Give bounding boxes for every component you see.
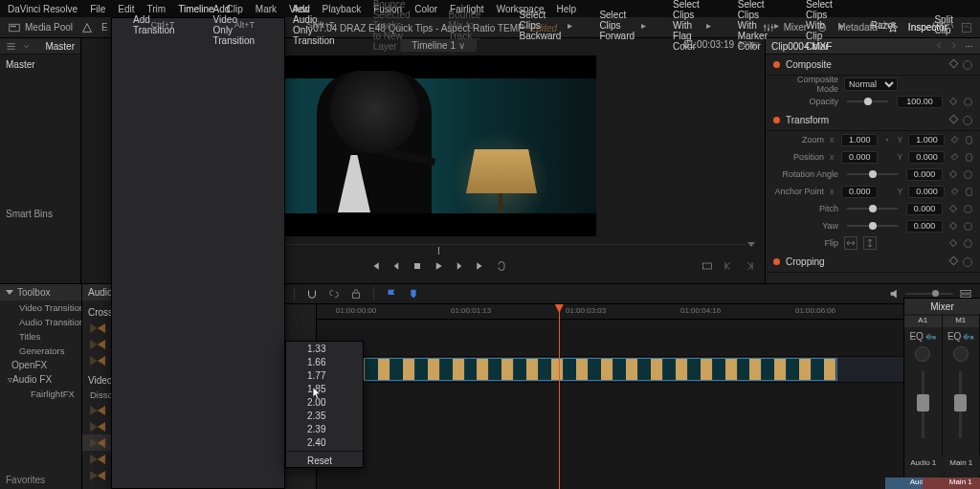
in-out-icon[interactable] — [702, 260, 713, 272]
menu-item[interactable]: Add TransitionCtrl+T — [112, 18, 192, 32]
prev-edit-icon[interactable] — [723, 260, 734, 272]
pan-knob[interactable] — [953, 346, 969, 362]
playhead[interactable] — [559, 304, 560, 489]
svg-point-13 — [966, 45, 967, 46]
zoom-y-input[interactable] — [908, 134, 945, 146]
list-view-icon[interactable] — [6, 41, 16, 52]
blanking-option[interactable]: 2.39 — [286, 422, 363, 435]
volume-icon[interactable] — [888, 287, 902, 300]
chevron-down-icon[interactable] — [22, 42, 31, 51]
viewer-frame[interactable] — [280, 56, 596, 236]
timeline-canvas[interactable]: 01:00:00:0001:00:01:1301:00:03:0301:00:0… — [317, 304, 980, 489]
pan-knob[interactable] — [915, 346, 930, 362]
menu-item[interactable]: Add Video Only TransitionAlt+T — [192, 18, 273, 32]
flip-v-button[interactable] — [863, 236, 877, 250]
svg-rect-2 — [13, 25, 15, 27]
inspector-more-icon[interactable] — [964, 41, 974, 52]
menu-item[interactable]: Select Clips With Marker Color▸ — [717, 18, 785, 32]
blanking-option[interactable]: 2.35 — [286, 409, 363, 422]
effects-library-icon[interactable] — [80, 21, 94, 34]
favorites-label[interactable]: Favorites — [6, 475, 45, 485]
master-button[interactable]: Master — [45, 41, 75, 52]
timeline-clip[interactable]: 0004.MXF — [340, 358, 837, 381]
timeline-tab[interactable]: Timeline 1 ∨ — [400, 39, 477, 52]
blanking-option[interactable]: 1.66 — [286, 355, 363, 368]
cropping-section[interactable]: Cropping — [766, 252, 980, 273]
menu-item[interactable]: Add Audio Only TransitionShift+T — [272, 18, 352, 32]
opacity-input[interactable] — [897, 96, 943, 108]
volume-slider[interactable] — [905, 293, 953, 295]
menu-trim[interactable]: Trim — [147, 4, 167, 14]
anchor-y-input[interactable] — [908, 186, 945, 198]
link-icon[interactable] — [883, 135, 891, 144]
play-icon[interactable] — [433, 260, 444, 272]
opacity-slider[interactable] — [847, 100, 888, 102]
fader[interactable] — [922, 371, 924, 438]
viewer-source-strip — [81, 38, 112, 283]
anchor-x-input[interactable] — [841, 186, 878, 198]
output-blanking-submenu[interactable]: 1.331.661.771.852.002.352.392.40Reset — [285, 341, 364, 468]
yaw-slider[interactable] — [847, 225, 898, 227]
prev-frame-icon[interactable] — [390, 260, 402, 272]
menu-davinci-resolve[interactable]: DaVinci Resolve — [8, 4, 78, 14]
blanking-option[interactable]: 1.77 — [286, 368, 363, 382]
blanking-option[interactable]: 1.33 — [286, 342, 363, 355]
first-frame-icon[interactable] — [369, 260, 381, 272]
svg-rect-0 — [10, 24, 20, 32]
next-frame-icon[interactable] — [454, 260, 465, 272]
prev-clip-icon[interactable] — [935, 41, 944, 50]
next-clip-icon[interactable] — [949, 41, 958, 50]
inspector-panel: Clip0004.MXF Composite Composite ModeNor… — [765, 38, 980, 283]
composite-section[interactable]: Composite — [766, 55, 980, 76]
menu-color[interactable]: Color — [414, 4, 437, 14]
menu-item[interactable]: Select Clips Backward▸ — [498, 18, 578, 32]
timeline-menu[interactable]: Add TransitionCtrl+TAdd Video Only Trans… — [111, 17, 285, 489]
marker-icon[interactable] — [407, 287, 420, 300]
lock-icon[interactable] — [349, 287, 363, 300]
link-icon[interactable] — [327, 287, 341, 300]
blanking-option[interactable]: 2.00 — [286, 395, 363, 409]
pitch-slider[interactable] — [847, 208, 898, 210]
menu-item[interactable]: Split ClipCtrl+\ — [913, 18, 969, 32]
menu-file[interactable]: File — [90, 4, 105, 14]
pitch-input[interactable] — [906, 203, 943, 215]
blanking-option[interactable]: Reset — [286, 454, 363, 467]
flip-h-button[interactable] — [844, 236, 858, 250]
zoom-x-input[interactable] — [841, 134, 878, 146]
menu-item: Bounce Selected Tracks to New Layer — [352, 18, 428, 32]
rotation-slider[interactable] — [847, 173, 898, 175]
svg-rect-11 — [414, 263, 420, 269]
pos-y-input[interactable] — [908, 151, 945, 164]
timeline-ruler[interactable]: 01:00:00:0001:00:01:1301:00:03:0301:00:0… — [317, 304, 980, 320]
next-edit-icon[interactable] — [744, 260, 755, 272]
svg-rect-1 — [11, 25, 12, 27]
menu-item[interactable]: Select Clips With Clip Color▸ — [785, 18, 850, 32]
mixer-panel: Mixer A1 M1 EQ �■ EQ �■ Audio 1 Main 1 A… — [903, 298, 980, 489]
smart-bins-header[interactable]: Smart Bins — [0, 206, 80, 222]
yaw-input[interactable] — [906, 220, 943, 233]
svg-rect-12 — [703, 263, 712, 269]
menu-item: Bounce Mix to Track... — [428, 18, 499, 32]
blanking-option[interactable]: 2.40 — [286, 435, 363, 449]
menu-timeline[interactable]: Timeline — [178, 4, 213, 14]
media-pool-icon — [8, 22, 21, 33]
fader[interactable] — [959, 371, 962, 438]
composite-mode-select[interactable]: Normal — [844, 78, 898, 91]
master-bin[interactable]: Master — [0, 56, 80, 72]
menu-item[interactable]: Select Clips With Flag Color▸ — [652, 18, 717, 32]
menu-item[interactable]: RazorCtrl+B — [850, 18, 914, 32]
rotation-input[interactable] — [906, 168, 943, 181]
transform-section[interactable]: Transform — [766, 110, 980, 131]
pos-x-input[interactable] — [841, 151, 878, 164]
loop-icon[interactable] — [496, 260, 507, 272]
stop-icon[interactable] — [412, 260, 423, 272]
menu-edit[interactable]: Edit — [118, 4, 134, 14]
flag-icon[interactable] — [385, 287, 398, 300]
menu-mark[interactable]: Mark — [256, 4, 277, 14]
menu-item[interactable]: Select Clips Forward▸ — [578, 18, 652, 32]
snap-icon[interactable] — [305, 287, 319, 300]
menu-item[interactable]: Join ClipsAlt+\ — [970, 18, 980, 32]
blanking-option[interactable]: 1.85 — [286, 382, 363, 395]
media-pool-button[interactable]: Media Pool — [8, 22, 73, 33]
last-frame-icon[interactable] — [475, 260, 486, 272]
